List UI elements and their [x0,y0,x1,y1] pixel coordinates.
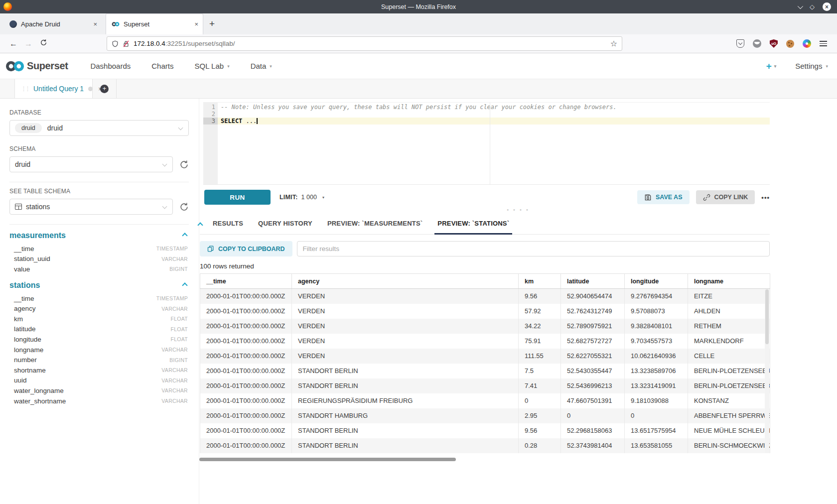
drag-handle-icon[interactable]: ⋮⋮ [21,86,29,92]
nav-item[interactable]: Dashboards [80,53,141,79]
vertical-scrollbar[interactable] [765,289,769,453]
window-close-icon[interactable]: × [823,2,831,11]
browser-tab-superset[interactable]: Superset × [106,13,203,34]
url-path: :32251/superset/sqllab/ [165,40,235,47]
cookie-extension-icon[interactable] [786,40,794,48]
editor-code[interactable]: -- Note: Unless you save your query, the… [218,103,770,184]
nav-item[interactable]: Charts [141,53,184,79]
table-header-cell[interactable]: agency [292,274,519,289]
table-section-header[interactable]: stations [9,281,189,290]
url-text[interactable]: 172.18.0.4:32251/superset/sqllab/ [134,40,235,47]
table-row[interactable]: 2000-01-01T00:00:00.000ZSTANDORT BERLIN7… [200,364,770,378]
refresh-icon[interactable] [179,160,189,169]
url-bar[interactable]: 172.18.0.4:32251/superset/sqllab/ ☆ [107,36,622,51]
column-name: agency [14,305,36,312]
table-select[interactable]: stations [9,199,173,215]
chevron-up-icon[interactable] [182,282,187,288]
table-row[interactable]: 2000-01-01T00:00:00.000ZVERDEN75.9152.68… [200,334,770,349]
table-row[interactable]: 2000-01-01T00:00:00.000ZSTANDORT BERLIN0… [200,438,770,453]
column-row[interactable]: kmFLOAT [9,314,189,324]
result-tab[interactable]: RESULTS [205,213,251,234]
tracking-shield-icon[interactable] [112,40,119,47]
table-cell: 13.3231419091 [625,378,688,393]
column-row[interactable]: uuidVARCHAR [9,376,189,386]
copy-to-clipboard-button[interactable]: COPY TO CLIPBOARD [200,241,292,256]
table-cell: 9.57088073 [625,304,688,319]
result-tab[interactable]: PREVIEW: `STATIONS` [430,213,517,234]
column-row[interactable]: water_shortnameVARCHAR [9,396,189,406]
column-row[interactable]: __timeTIMESTAMP [9,244,189,254]
insecure-lock-icon[interactable] [123,40,130,47]
sql-editor[interactable]: 1 2 3 -- Note: Unless you save your quer… [203,102,770,185]
browser-tab-apache-druid[interactable]: Apache Druid × [4,13,102,34]
containers-mask-extension-icon[interactable] [753,39,761,48]
window-maximize-icon[interactable]: ◇ [810,3,815,10]
save-as-button[interactable]: SAVE AS [637,190,690,204]
horizontal-scrollbar[interactable] [199,458,769,461]
table-section-header[interactable]: measurements [9,231,189,240]
table-cell: VERDEN [292,319,519,334]
print-margin-line [490,103,490,184]
schema-select[interactable]: druid [9,156,173,172]
add-new-button[interactable]: +▾ [766,61,777,72]
more-options-icon[interactable]: ••• [761,194,770,201]
tab-close-icon[interactable]: × [93,20,97,28]
table-section-name[interactable]: stations [9,281,40,290]
column-row[interactable]: longitudeFLOAT [9,334,189,345]
table-row[interactable]: 2000-01-01T00:00:00.000ZVERDEN34.2252.78… [200,319,770,334]
new-tab-button[interactable]: + [209,18,215,29]
chevron-down-icon [162,162,167,167]
column-row[interactable]: numberBIGINT [9,355,189,365]
superset-logo[interactable] [5,60,25,72]
reload-icon[interactable] [36,39,51,48]
column-row[interactable]: __timeTIMESTAMP [9,293,189,304]
forward-icon[interactable]: → [21,39,36,48]
table-row[interactable]: 2000-01-01T00:00:00.000ZSTANDORT BERLIN9… [200,423,770,438]
column-row[interactable]: latitudeFLOAT [9,324,189,335]
settings-menu[interactable]: Settings▾ [795,62,828,70]
colorwheel-extension-icon[interactable] [803,39,811,48]
bookmark-star-icon[interactable]: ☆ [610,39,617,48]
result-tab[interactable]: PREVIEW: `MEASUREMENTS` [320,213,430,234]
copy-link-button[interactable]: COPY LINK [696,190,755,204]
pane-resize-handle[interactable]: • • • • [199,208,837,213]
back-icon[interactable]: ← [6,39,21,48]
menu-icon[interactable] [820,41,827,46]
tab-close-icon[interactable]: × [194,20,198,28]
table-header-cell[interactable]: km [519,274,561,289]
nav-item[interactable]: SQL Lab ▾ [184,53,240,79]
column-row[interactable]: longnameVARCHAR [9,345,189,355]
table-header-cell[interactable]: latitude [561,274,625,289]
ublock-extension-icon[interactable]: uO [770,39,778,48]
limit-dropdown[interactable]: LIMIT: 1 000 ▾ [279,194,324,201]
table-row[interactable]: 2000-01-01T00:00:00.000ZVERDEN57.9252.76… [200,304,770,319]
column-row[interactable]: valueBIGINT [9,264,189,274]
table-header-cell[interactable]: longname [688,274,770,289]
table-row[interactable]: 2000-01-01T00:00:00.000ZSTANDORT HAMBURG… [200,408,770,423]
table-section-name[interactable]: measurements [9,231,66,240]
result-tab[interactable]: QUERY HISTORY [251,213,320,234]
table-row[interactable]: 2000-01-01T00:00:00.000ZVERDEN111.5552.6… [200,349,770,364]
column-row[interactable]: water_longnameVARCHAR [9,385,189,396]
table-row[interactable]: 2000-01-01T00:00:00.000ZSTANDORT BERLIN7… [200,378,770,393]
column-row[interactable]: shortnameVARCHAR [9,365,189,376]
table-row[interactable]: 2000-01-01T00:00:00.000ZVERDEN9.5652.904… [200,289,770,304]
window-minimize-icon[interactable] [798,3,802,10]
database-select[interactable]: druid druid [9,120,189,136]
table-header-cell[interactable]: __time [200,274,292,289]
scrollbar-thumb[interactable] [199,458,456,461]
filter-results-input[interactable] [297,241,770,256]
column-row[interactable]: station_uuidVARCHAR [9,254,189,264]
table-header-cell[interactable]: longitude [625,274,688,289]
run-button[interactable]: RUN [204,190,271,205]
refresh-icon[interactable] [179,202,189,212]
query-tab-untitled-query-1[interactable]: ⋮⋮ Untitled Query 1 × [14,79,93,98]
column-row[interactable]: agencyVARCHAR [9,303,189,314]
sql-active-line: SELECT ... [218,118,770,125]
chevron-up-icon[interactable] [182,233,187,238]
nav-item[interactable]: Data ▾ [240,53,282,79]
table-row[interactable]: 2000-01-01T00:00:00.000ZREGIERUNGSPRÄSID… [200,393,770,408]
privacy-shield-extension-icon[interactable] [736,39,744,48]
brand-name[interactable]: Superset [27,60,68,72]
add-query-tab-button[interactable]: + [93,79,117,98]
